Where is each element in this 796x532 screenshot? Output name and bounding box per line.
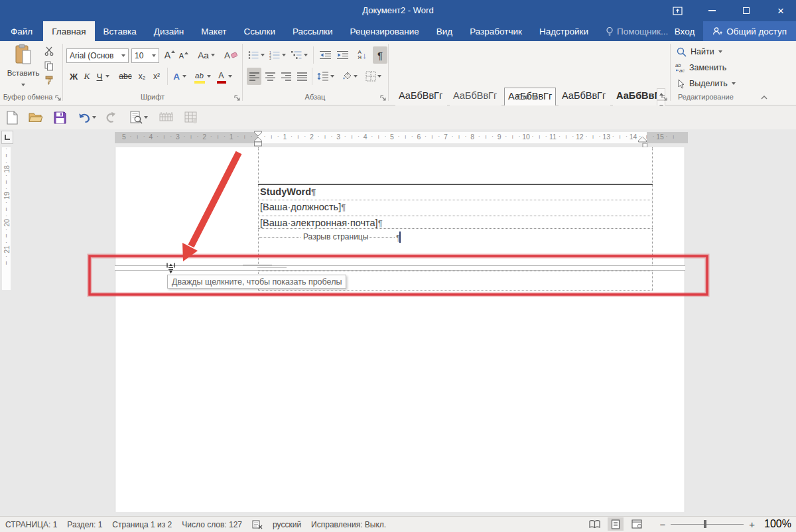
text-effects-button[interactable]: А [171,68,188,84]
increase-indent-button[interactable] [334,47,350,63]
change-case-button[interactable]: Аа [196,47,216,63]
underline-button[interactable]: Ч [94,68,111,84]
save-button[interactable] [52,109,68,125]
align-center-button[interactable] [263,68,277,85]
zoom-slider[interactable] [671,524,744,525]
clear-formatting-button[interactable]: А [223,47,239,63]
format-painter-button[interactable] [42,74,56,86]
grow-font-button[interactable]: А [163,47,176,63]
decrease-indent-button[interactable] [317,47,333,63]
status-page[interactable]: СТРАНИЦА: 1 [5,520,57,529]
read-mode-button[interactable] [586,517,602,531]
maximize-button[interactable] [731,0,762,21]
doc-line-email[interactable]: [Ваша·электронная·почта]¶ [260,218,383,228]
tab-home[interactable]: Главная [43,21,94,41]
status-section[interactable]: Раздел: 1 [67,520,102,529]
open-button[interactable] [28,109,44,125]
lightbulb-icon [606,27,614,36]
collapse-ribbon-button[interactable] [760,94,768,101]
strikethrough-button[interactable]: abc [117,68,134,84]
page-1[interactable] [115,147,685,265]
font-dialog-launcher[interactable] [233,94,241,102]
multilevel-list-button[interactable] [289,47,310,63]
new-document-icon [7,111,18,125]
zoom-out-button[interactable]: − [659,519,665,530]
superscript-button[interactable]: x² [150,68,163,84]
zoom-slider-handle[interactable] [704,520,706,528]
paste-button[interactable]: Вставить [5,44,41,89]
replace-button[interactable]: abac Заменить [675,61,726,74]
redo-button[interactable] [103,109,119,125]
table-tool-icon-2[interactable] [183,109,199,125]
align-right-button[interactable] [279,68,293,85]
web-layout-button[interactable] [629,517,645,531]
ruler-tick: ı [137,133,139,140]
doc-line-position[interactable]: [Ваша·должность]¶ [260,202,346,212]
ruler-tick: · [505,133,507,139]
page-break-marker[interactable]: Разрыв страницы ¶ [259,232,399,243]
cut-button[interactable] [42,45,56,57]
font-size-combobox[interactable]: 10 [131,48,159,63]
new-document-button[interactable] [4,109,20,125]
ruler-tick: · [224,133,226,139]
ruler-tick: · [585,133,587,139]
status-language[interactable]: русский [273,520,301,529]
undo-button[interactable] [76,109,98,125]
indent-markers[interactable] [253,131,264,147]
tab-addins[interactable]: Надстройки [531,21,597,41]
copy-button[interactable] [42,60,56,72]
tab-mailings[interactable]: Рассылки [284,21,342,41]
tab-developer[interactable]: Разработчик [461,21,531,41]
borders-button[interactable] [362,68,385,85]
table-tool-icon-1[interactable] [158,109,174,125]
page-2[interactable] [115,271,685,512]
tab-references[interactable]: Ссылки [235,21,284,41]
minimize-button[interactable] [696,0,727,21]
font-color-button[interactable]: А [215,68,233,84]
styles-dialog-launcher[interactable] [661,94,669,102]
tab-design[interactable]: Дизайн [145,21,192,41]
vertical-ruler[interactable]: 18ı··19ı··20ı··21ı··ı· [2,147,11,290]
align-left-button[interactable] [247,68,261,85]
status-track-changes[interactable]: Исправления: Выкл. [311,520,386,529]
page-join-mark-2 [257,267,287,268]
numbering-button[interactable]: 123 [267,47,287,63]
doc-line-company[interactable]: StudyWord¶ [260,186,316,197]
tab-layout[interactable]: Макет [192,21,235,41]
justify-button[interactable] [295,68,309,85]
status-page-of[interactable]: Страница 1 из 2 [112,520,172,529]
font-family-combobox[interactable]: Arial (Основ [66,48,129,63]
sign-in-button[interactable]: Вход [666,21,704,41]
tab-review[interactable]: Рецензирование [342,21,428,41]
horizontal-ruler[interactable]: 5·ı·4·ı·3·ı·2·ı·1·ı··ı·1·ı·2·ı·3·ı·4·ı·5… [115,132,688,143]
ribbon-display-options-button[interactable] [662,0,693,21]
close-button[interactable]: × [765,0,796,21]
show-formatting-marks-button[interactable]: ¶ [373,46,387,64]
zoom-level[interactable]: 100% [764,518,789,530]
italic-button[interactable]: К [81,68,93,84]
right-indent-marker[interactable] [637,136,647,148]
tab-view[interactable]: Вид [428,21,461,41]
subscript-button[interactable]: x₂ [135,68,149,84]
tab-insert[interactable]: Вставка [95,21,145,41]
clipboard-dialog-launcher[interactable] [54,94,62,102]
print-layout-button[interactable] [608,517,624,531]
sort-button[interactable]: АЯ ↓ [354,47,370,63]
print-preview-button[interactable] [127,109,150,125]
tab-assistant[interactable]: Помощник... [597,21,677,41]
bullets-button[interactable] [246,47,266,63]
line-spacing-button[interactable] [316,68,336,85]
highlight-color-button[interactable]: ab [192,68,212,84]
find-button[interactable]: Найти [677,45,722,58]
tab-file[interactable]: Файл [0,21,43,41]
select-button[interactable]: Выделить [677,77,736,90]
status-word-count[interactable]: Число слов: 127 [182,520,242,529]
shading-button[interactable] [340,68,360,85]
paragraph-dialog-launcher[interactable] [379,94,387,102]
share-button[interactable]: Общий доступ [703,21,796,41]
shrink-font-button[interactable]: А [178,48,190,63]
zoom-in-button[interactable]: + [749,519,755,530]
tab-stop-selector[interactable] [1,131,13,144]
bold-button[interactable]: Ж [68,68,80,84]
proofing-error-icon[interactable] [252,520,263,529]
